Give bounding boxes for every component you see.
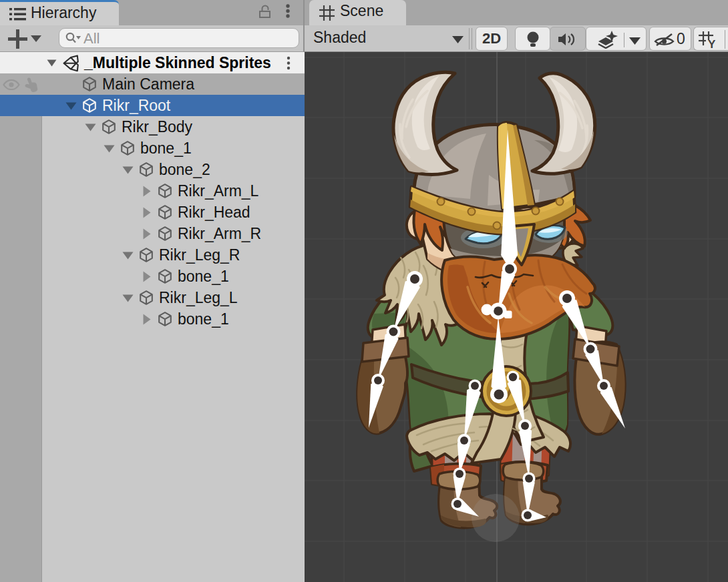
- svg-text:Y: Y: [708, 38, 716, 49]
